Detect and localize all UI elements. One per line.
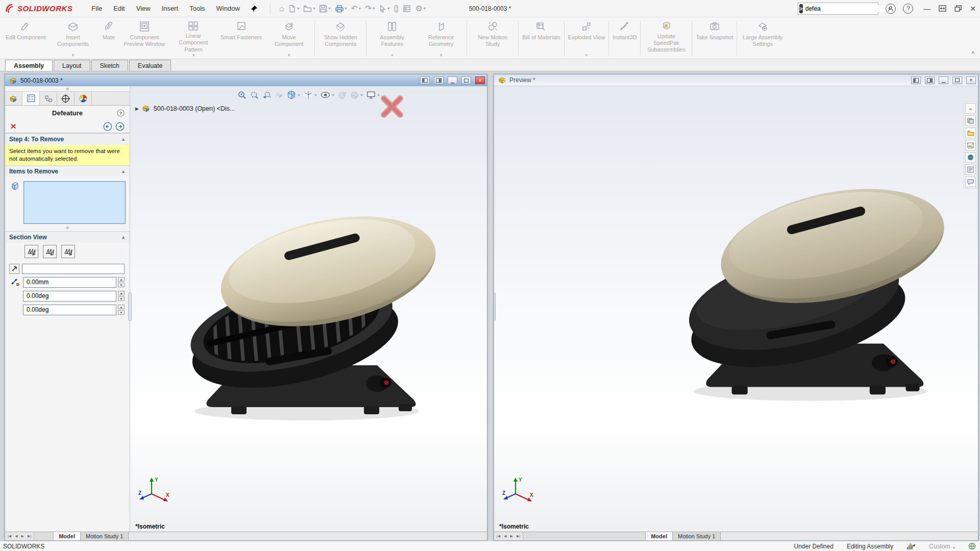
section-plane-3-button[interactable] — [61, 245, 75, 258]
file-explorer-icon[interactable] — [965, 128, 976, 138]
close-document-button[interactable]: ✕ — [966, 77, 976, 84]
scroll-prev-icon[interactable]: ◀ — [502, 533, 508, 539]
settings-button[interactable]: ⚙▾ — [413, 4, 427, 14]
tab-scrollbar[interactable] — [523, 532, 646, 540]
panel-collapse-handle[interactable] — [128, 292, 132, 321]
close-document-button[interactable]: ✕ — [475, 77, 485, 84]
featuremanager-tree-tab[interactable] — [5, 92, 22, 105]
tile-left-button[interactable] — [911, 77, 921, 84]
move-component-button[interactable]: Move Component▼ — [264, 18, 313, 59]
tile-right-button[interactable] — [925, 77, 935, 84]
tab-scrollbar[interactable] — [34, 532, 54, 540]
show-hidden-components-button[interactable]: Show Hidden Components — [316, 18, 365, 59]
scroll-prev-icon[interactable]: ◀ — [13, 533, 19, 539]
tags-globe-icon[interactable] — [968, 542, 976, 550]
units-selector[interactable]: Custom ▴ — [929, 543, 955, 550]
redo-button[interactable]: ↷▾ — [363, 4, 376, 14]
section-plane-2-button[interactable] — [43, 245, 57, 258]
ribbon-collapse-icon[interactable]: ˄ — [971, 49, 975, 57]
mate-button[interactable]: Mate — [97, 18, 120, 59]
minimize-document-button[interactable]: ▁ — [448, 77, 457, 84]
grill-3d-model[interactable] — [159, 181, 445, 436]
magnetic-mate-button[interactable] — [392, 4, 400, 14]
window-splitter-handle[interactable] — [494, 292, 496, 321]
exploded-view-button[interactable]: Exploded View▼ — [566, 18, 608, 59]
home-button[interactable]: ⌂ — [278, 4, 286, 14]
menu-file[interactable]: File — [86, 1, 108, 16]
menu-view[interactable]: View — [131, 1, 156, 16]
appearances-scenes-icon[interactable] — [965, 152, 976, 163]
section-view-button[interactable] — [275, 91, 283, 99]
menu-insert[interactable]: Insert — [156, 1, 184, 16]
spinner-down-icon[interactable]: ▼ — [118, 296, 125, 301]
component-preview-window-button[interactable]: Component Preview Window — [120, 18, 169, 59]
model-tab[interactable]: Model — [54, 532, 81, 540]
assembly-viewport[interactable]: ▾ ▾ ▾ ▾ ▾ ▶ 500-018-0003 (Open) <Dis... — [130, 86, 487, 532]
dimxpertmanager-tab[interactable] — [57, 92, 75, 105]
dropdown-caret-icon[interactable]: ▼ — [71, 53, 75, 58]
take-snapshot-button[interactable]: Take Snapshot — [693, 18, 736, 59]
defeatured-grill-3d-model[interactable] — [656, 152, 953, 417]
dropdown-caret-icon[interactable]: ▼ — [287, 53, 291, 58]
view-palette-icon[interactable] — [965, 140, 976, 151]
dropdown-caret-icon[interactable]: ▾ — [298, 93, 300, 97]
linear-component-pattern-button[interactable]: Linear Component Pattern▼ — [169, 18, 218, 59]
tree-root-label[interactable]: 500-018-0003 (Open) <Dis... — [154, 105, 235, 112]
panel-splitter-handle[interactable] — [5, 86, 130, 92]
zoom-to-fit-button[interactable] — [237, 91, 246, 99]
preview-window-titlebar[interactable]: Preview * ▁ ✕ — [494, 74, 978, 86]
reverse-direction-button[interactable] — [9, 264, 19, 274]
search-input[interactable] — [803, 5, 887, 12]
dropdown-caret-icon[interactable]: ▾ — [361, 93, 363, 97]
reference-geometry-button[interactable]: Reference Geometry▼ — [416, 18, 465, 59]
preview-viewport[interactable]: « Y X Z *Isometric — [494, 86, 978, 532]
hide-show-items-button[interactable]: ▾ — [320, 91, 334, 98]
angle1-spinner[interactable]: ▲▼ — [118, 291, 125, 301]
apply-scene-button[interactable]: ▾ — [350, 91, 363, 99]
new-motion-study-button[interactable]: New Motion Study — [468, 18, 517, 59]
scroll-last-icon[interactable]: ▶| — [26, 533, 33, 539]
help-icon[interactable]: ? — [903, 4, 913, 14]
items-to-remove-header[interactable]: Items to Remove▲ — [5, 165, 130, 177]
minimize-document-button[interactable]: ▁ — [939, 77, 948, 84]
update-speedpak-button[interactable]: Update SpeedPak Subassemblies — [642, 18, 691, 59]
scroll-first-icon[interactable]: |◀ — [6, 533, 13, 539]
menu-window[interactable]: Window — [211, 1, 246, 16]
restore-document-button[interactable] — [952, 77, 962, 84]
items-to-remove-selection-box[interactable] — [23, 181, 126, 224]
angle2-spinner[interactable]: ▲▼ — [118, 305, 125, 315]
zoom-to-area-button[interactable] — [250, 91, 258, 99]
tile-right-button[interactable] — [434, 77, 444, 84]
spinner-up-icon[interactable]: ▲ — [118, 277, 125, 282]
dropdown-caret-icon[interactable]: ▼ — [390, 53, 394, 58]
tab-sketch[interactable]: Sketch — [91, 60, 128, 71]
edit-component-button[interactable]: Edit Component — [3, 18, 48, 59]
spinner-up-icon[interactable]: ▲ — [118, 305, 125, 309]
tree-expand-icon[interactable]: ▶ — [135, 106, 139, 111]
assembly-window-titlebar[interactable]: 500-018-0003 * ▁ ✕ — [5, 74, 487, 86]
previous-view-button[interactable] — [262, 91, 271, 99]
spinner-down-icon[interactable]: ▼ — [118, 283, 125, 287]
forum-icon[interactable] — [965, 177, 976, 187]
options-list-button[interactable] — [401, 4, 412, 14]
view-orientation-button[interactable]: ▾ — [286, 90, 300, 99]
edit-appearance-button[interactable] — [338, 91, 347, 99]
dropdown-caret-icon[interactable]: ▾ — [332, 93, 334, 97]
section-offset-input[interactable] — [23, 277, 116, 288]
tab-assembly[interactable]: Assembly — [5, 60, 53, 71]
task-pane-expand-icon[interactable]: « — [965, 103, 976, 114]
dropdown-caret-icon[interactable]: ▼ — [191, 53, 195, 58]
assembly-features-button[interactable]: Assembly Features▼ — [368, 18, 416, 59]
cancel-preview-watermark-icon[interactable] — [379, 93, 405, 120]
offset-spinner[interactable]: ▲▼ — [118, 277, 125, 287]
selection-box-resize-handle[interactable] — [5, 225, 130, 231]
instant3d-button[interactable]: Instant3D — [610, 18, 639, 59]
dropdown-caret-icon[interactable]: ▼ — [439, 53, 443, 58]
pin-menu-icon[interactable] — [251, 5, 258, 12]
dropdown-caret-icon[interactable]: ▾ — [314, 93, 316, 97]
bill-of-materials-button[interactable]: Bill of Materials — [520, 18, 563, 59]
configurationmanager-tab[interactable] — [40, 92, 57, 105]
dropdown-caret-icon[interactable]: ▼ — [584, 53, 589, 58]
select-button[interactable]: ▾ — [377, 4, 391, 14]
save-button[interactable]: ▾ — [317, 4, 332, 14]
